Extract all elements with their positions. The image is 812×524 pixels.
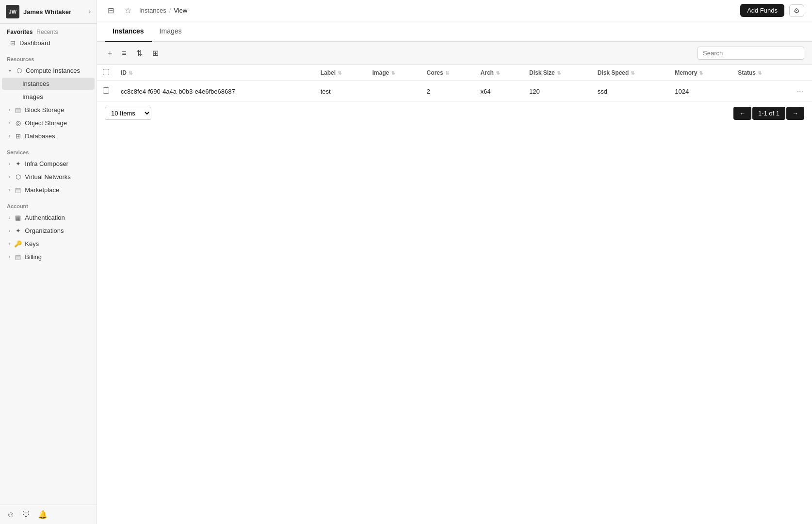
col-disk-size[interactable]: Disk Size ⇅ [523, 65, 592, 81]
breadcrumb-parent[interactable]: Instances [139, 7, 166, 14]
cell-arch: x64 [475, 81, 523, 102]
columns-icon: ⊞ [152, 49, 159, 57]
pagination-next-button[interactable]: → [786, 107, 804, 120]
sidebar-item-object-storage[interactable]: › ◎ Object Storage [2, 117, 95, 129]
search-input[interactable] [698, 47, 804, 60]
add-button[interactable]: + [105, 47, 115, 60]
sidebar-item-compute-instances[interactable]: ▾ ⬡ Compute Instances [2, 65, 95, 77]
chevron-right-icon: › [89, 8, 91, 15]
add-funds-button[interactable]: Add Funds [740, 4, 784, 17]
cell-disk-speed: ssd [592, 81, 669, 102]
content-area: Instances Images + ≡ ⇅ ⊞ [97, 21, 812, 524]
expand-icon: › [9, 161, 10, 166]
col-cores[interactable]: Cores ⇅ [421, 65, 475, 81]
tab-images[interactable]: Images [152, 21, 190, 42]
pagination-info: 1-1 of 1 [752, 107, 785, 120]
sidebar-item-label: Keys [25, 240, 39, 247]
sidebar-item-block-storage[interactable]: › ▤ Block Storage [2, 104, 95, 116]
row-more-button[interactable]: ··· [794, 86, 806, 97]
prev-icon: ← [739, 110, 746, 117]
sidebar: JW James Whitaker › Favorites Recents ⊟ … [0, 0, 97, 524]
tab-instances[interactable]: Instances [105, 21, 152, 42]
next-icon: → [792, 110, 798, 117]
favorite-button[interactable]: ☆ [122, 4, 134, 17]
cell-disk-size: 120 [523, 81, 592, 102]
select-all-checkbox[interactable] [103, 69, 109, 75]
breadcrumb: Instances / View [139, 7, 187, 14]
pagination-prev-button[interactable]: ← [733, 107, 751, 120]
resources-section-label: Resources [0, 49, 97, 64]
org-icon: ✦ [14, 227, 22, 234]
sidebar-item-dashboard[interactable]: ⊟ Dashboard [2, 37, 95, 49]
notification-icon[interactable]: 🔔 [38, 510, 48, 519]
settings-icon: ⚙ [794, 7, 800, 15]
main-panel: ⊟ ☆ Instances / View Add Funds ⚙ Instanc… [97, 0, 812, 524]
sidebar-item-label: Databases [25, 132, 55, 140]
col-id[interactable]: ID ⇅ [115, 65, 315, 81]
cell-id: cc8c8fe4-f690-4a4a-b0b3-e4e6fbe68687 [115, 81, 315, 102]
col-image[interactable]: Image ⇅ [366, 65, 421, 81]
sidebar-item-images[interactable]: Images [2, 91, 95, 103]
account-section-label: Account [0, 196, 97, 211]
expand-icon: › [9, 107, 10, 113]
sidebar-item-billing[interactable]: › ▤ Billing [2, 251, 95, 263]
col-memory[interactable]: Memory ⇅ [669, 65, 732, 81]
instances-table: ID ⇅ Label ⇅ Image ⇅ [97, 65, 812, 102]
toggle-sidebar-button[interactable]: ⊟ [105, 4, 117, 17]
help-icon[interactable]: ☺ [7, 510, 15, 519]
cell-more: ··· [788, 81, 812, 102]
expand-icon: › [9, 254, 10, 260]
sidebar-item-label: Authentication [25, 214, 65, 221]
expand-icon: ▾ [9, 68, 11, 73]
col-label[interactable]: Label ⇅ [315, 65, 367, 81]
sidebar-item-authentication[interactable]: › ▤ Authentication [2, 212, 95, 224]
sort-icon: ⇅ [699, 70, 703, 76]
sidebar-item-keys[interactable]: › 🔑 Keys [2, 238, 95, 250]
sort-icon: ⇅ [391, 70, 395, 76]
bug-icon[interactable]: 🛡 [22, 510, 30, 519]
sort-icon: ⇅ [129, 70, 132, 76]
columns-button[interactable]: ⊞ [149, 47, 162, 60]
sidebar-item-virtual-networks[interactable]: › ⬡ Virtual Networks [2, 171, 95, 183]
sidebar-item-label: Billing [25, 253, 42, 261]
sidebar-item-organizations[interactable]: › ✦ Organizations [2, 225, 95, 237]
sort-icon: ⇅ [758, 70, 762, 76]
expand-icon: › [9, 133, 10, 139]
add-icon: + [108, 49, 112, 57]
marketplace-icon: ▤ [14, 186, 22, 194]
sort-icon: ⇅ [496, 70, 500, 76]
settings-button[interactable]: ⚙ [789, 4, 804, 17]
filter-button[interactable]: ≡ [119, 47, 129, 60]
row-checkbox[interactable] [103, 87, 109, 94]
col-disk-speed[interactable]: Disk Speed ⇅ [592, 65, 669, 81]
expand-icon: › [9, 215, 10, 220]
billing-icon: ▤ [14, 253, 22, 261]
col-arch[interactable]: Arch ⇅ [475, 65, 523, 81]
expand-icon: › [9, 241, 10, 246]
favorites-label[interactable]: Favorites [7, 29, 32, 35]
cell-label: test [315, 81, 367, 102]
items-per-page-select[interactable]: 10 Items 25 Items 50 Items 100 Items [105, 107, 151, 120]
compute-icon: ⬡ [15, 67, 23, 74]
sidebar-bottom: ☺ 🛡 🔔 [0, 505, 97, 524]
databases-icon: ⊞ [14, 132, 22, 140]
sort-icon: ⇅ [136, 49, 143, 57]
sort-button[interactable]: ⇅ [133, 47, 146, 60]
sidebar-item-label: Compute Instances [26, 67, 80, 74]
avatar: JW [6, 5, 19, 18]
sidebar-user-header[interactable]: JW James Whitaker › [0, 0, 97, 24]
sidebar-item-marketplace[interactable]: › ▤ Marketplace [2, 184, 95, 196]
filter-icon: ≡ [122, 49, 126, 57]
sidebar-item-databases[interactable]: › ⊞ Databases [2, 130, 95, 142]
expand-icon: › [9, 120, 10, 126]
recents-label[interactable]: Recents [36, 29, 58, 35]
col-more [788, 65, 812, 81]
sort-icon: ⇅ [338, 70, 341, 76]
col-status[interactable]: Status ⇅ [732, 65, 788, 81]
expand-icon: › [9, 174, 10, 180]
object-storage-icon: ◎ [14, 119, 22, 127]
sidebar-item-instances[interactable]: Instances [2, 78, 95, 90]
sidebar-item-infra-composer[interactable]: › ✦ Infra Composer [2, 158, 95, 170]
breadcrumb-separator: / [169, 7, 171, 14]
table-row: cc8c8fe4-f690-4a4a-b0b3-e4e6fbe68687 tes… [97, 81, 812, 102]
